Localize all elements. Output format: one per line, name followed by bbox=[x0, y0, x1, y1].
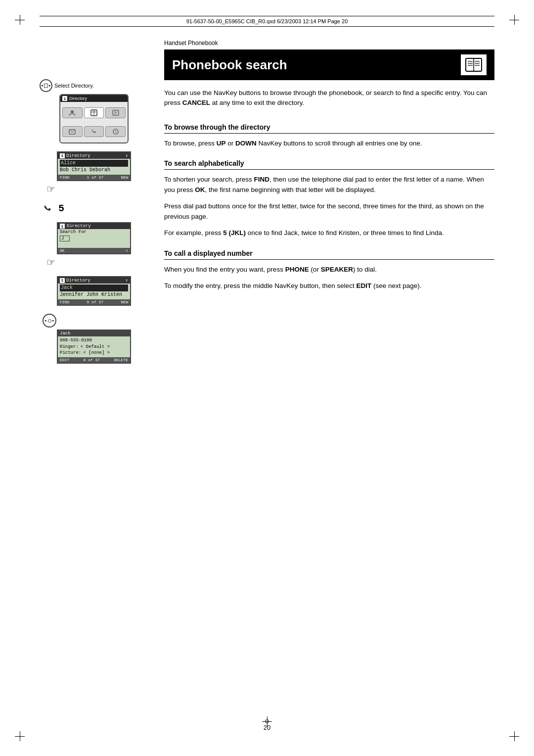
lcd-delete-btn: DELETE bbox=[114, 358, 128, 362]
lcd-ok-bar: OK < bbox=[58, 248, 130, 253]
lcd-new-btn-1: NEW bbox=[121, 175, 128, 180]
up-bold: UP bbox=[217, 140, 226, 147]
intro-paragraph: You can use the NavKey buttons to browse… bbox=[164, 88, 494, 108]
right-column: Handset Phonebook Phonebook search You c… bbox=[164, 40, 494, 716]
lcd-search-for-label: Search For bbox=[58, 229, 130, 235]
lcd-edit-btn: EDIT bbox=[60, 358, 69, 362]
phone-icon-cell-1 bbox=[62, 107, 83, 118]
lcd-ok-btn: OK bbox=[60, 248, 65, 253]
lcd-num-badge-1: 1 bbox=[60, 153, 65, 158]
lcd-content-2: Jack Jennifer John Kristen bbox=[58, 284, 130, 299]
step-number-5: 5 bbox=[58, 203, 64, 214]
lcd-count-1: 1 of 37 bbox=[87, 175, 104, 180]
page-title: Phonebook search bbox=[172, 57, 287, 73]
page-content: ◂ ▸ Select Directory. 1 Directory bbox=[40, 40, 494, 716]
book-icon bbox=[461, 54, 487, 75]
navkey-left-arrow: ◂ bbox=[41, 84, 43, 88]
lcd-bottom-bar-2: FIND 8 of 37 NEW bbox=[58, 299, 130, 305]
bottom-reg-mark bbox=[262, 716, 272, 726]
lcd-num-badge-2: 1 bbox=[60, 278, 65, 283]
speaker-bold: SPEAKER bbox=[321, 266, 353, 273]
down-bold: DOWN bbox=[235, 140, 257, 147]
reg-mark-tr bbox=[509, 15, 519, 25]
reg-circle bbox=[265, 719, 269, 723]
step-5-row: 5 bbox=[40, 203, 148, 214]
lcd-entry-kristen: Kristen bbox=[101, 292, 122, 297]
lcd-detail-screen: Jack 908-555-0100 Ringer: < Default > Pi… bbox=[57, 330, 131, 364]
reg-mark-br bbox=[509, 731, 519, 741]
svg-point-0 bbox=[71, 110, 74, 113]
phone-top-label: Directory bbox=[69, 96, 87, 101]
lcd-entry-jack: Jack bbox=[60, 284, 128, 291]
browse-heading-text: To browse through the directory bbox=[164, 123, 270, 131]
phone-icon-grid bbox=[60, 102, 128, 142]
lcd-search-num: 1 bbox=[60, 224, 65, 229]
reg-mark-tl bbox=[15, 15, 25, 25]
directory-list-2-container: 1 Directory ⇕ Jack Jennifer John Kristen… bbox=[40, 276, 148, 306]
phone-bold: PHONE bbox=[285, 266, 309, 273]
finger-row-1: ☞ bbox=[40, 183, 148, 195]
call-body-2: To modify the entry, press the middle Na… bbox=[164, 281, 494, 291]
navkey-small-right: ▸ bbox=[52, 319, 54, 323]
reg-mark-bl bbox=[15, 731, 25, 741]
lcd-search-bar: 1 Directory bbox=[58, 223, 130, 229]
title-banner: Phonebook search bbox=[164, 49, 494, 80]
lcd-title-bar-2: 1 Directory ⇕ bbox=[58, 277, 130, 284]
lcd-detail-bottom: EDIT 8 of 37 DELETE bbox=[58, 357, 130, 363]
lcd-detail-content: 908-555-0100 Ringer: < Default > Picture… bbox=[58, 336, 130, 357]
lcd-search-screen: 1 Directory Search For J OK < bbox=[57, 222, 131, 254]
lcd-entry-deborah: Deborah bbox=[89, 167, 110, 173]
select-label-row: ◂ ▸ Select Directory. bbox=[40, 79, 148, 92]
file-info-bar: 91-5637-50-00_E5965C CIB_R0.qxd 6/23/200… bbox=[40, 16, 494, 27]
phone-num-badge: 1 bbox=[62, 96, 67, 101]
navkey-small-container: ◂ ▸ bbox=[40, 314, 56, 328]
phone-icon-cell-6 bbox=[105, 126, 126, 137]
phone-top-device: 1 Directory bbox=[59, 94, 129, 143]
lcd-detail-count: 8 of 37 bbox=[83, 358, 100, 362]
lcd-picture-value: < [none] > bbox=[83, 350, 110, 356]
navkey-right-arrow: ▸ bbox=[49, 84, 51, 88]
lcd-search-input-box: J bbox=[60, 236, 70, 241]
detail-section: ◂ ▸ Jack 908-555-0100 Ringer: < Default … bbox=[40, 314, 148, 364]
section-heading-search: To search alphabetically bbox=[164, 159, 494, 170]
lcd-arrow-2: ⇕ bbox=[126, 278, 128, 283]
directory-search-container: 1 Directory Search For J OK < ☞ bbox=[40, 222, 148, 268]
svg-line-14 bbox=[116, 132, 117, 133]
finger-icon-1: ☞ bbox=[46, 183, 55, 195]
lcd-title-bar-1: 1 Directory ⇕ bbox=[58, 152, 130, 159]
lcd-content-1: Alice Bob Chris Deborah bbox=[58, 159, 130, 175]
lcd-count-2: 8 of 37 bbox=[87, 300, 104, 304]
navkey-center bbox=[44, 84, 48, 88]
find-bold-1: FIND bbox=[254, 176, 270, 183]
lcd-search-char: J bbox=[61, 236, 64, 241]
search-body-2: Press dial pad buttons once for the firs… bbox=[164, 201, 494, 222]
phone-icon-cell-3 bbox=[105, 107, 126, 118]
phone-top-bar: 1 Directory bbox=[60, 95, 128, 102]
lcd-entry-jennifer: Jennifer bbox=[60, 292, 84, 297]
left-column: ◂ ▸ Select Directory. 1 Directory bbox=[40, 40, 148, 716]
lcd-entry-chris: Chris bbox=[72, 167, 87, 173]
lcd-picture-label: Picture: bbox=[60, 350, 81, 356]
lcd-detail-header: Jack bbox=[58, 331, 130, 336]
phone-icon-cell-4 bbox=[62, 126, 83, 137]
lcd-screen-2: 1 Directory ⇕ Jack Jennifer John Kristen… bbox=[57, 276, 131, 306]
lcd-ringer-row: Ringer: < Default > bbox=[60, 344, 128, 350]
lcd-find-btn-1: FIND bbox=[60, 175, 69, 180]
navkey-icon: ◂ ▸ bbox=[40, 79, 52, 92]
lcd-bottom-bar-1: FIND 1 of 37 NEW bbox=[58, 175, 130, 180]
lcd-arrow-1: ⇕ bbox=[126, 153, 128, 158]
lcd-entry-alice: Alice bbox=[60, 160, 128, 167]
search-heading-text: To search alphabetically bbox=[164, 159, 244, 167]
call-body-1: When you find the entry you want, press … bbox=[164, 265, 494, 275]
lcd-ringer-value: < Default > bbox=[81, 344, 110, 350]
finger-icon-2: ☞ bbox=[46, 256, 55, 268]
lcd-back-btn: < bbox=[126, 248, 128, 253]
edit-bold: EDIT bbox=[356, 282, 371, 289]
section-heading-browse: To browse through the directory bbox=[164, 123, 494, 134]
lcd-detail-name: Jack bbox=[60, 331, 71, 336]
phone-icon-cell-5 bbox=[84, 126, 104, 137]
lcd-search-title: Directory bbox=[67, 224, 91, 229]
lcd-entry-john: John bbox=[87, 292, 98, 297]
bottom-center-reg bbox=[262, 716, 272, 726]
lcd-picture-row: Picture: < [none] > bbox=[60, 350, 128, 356]
